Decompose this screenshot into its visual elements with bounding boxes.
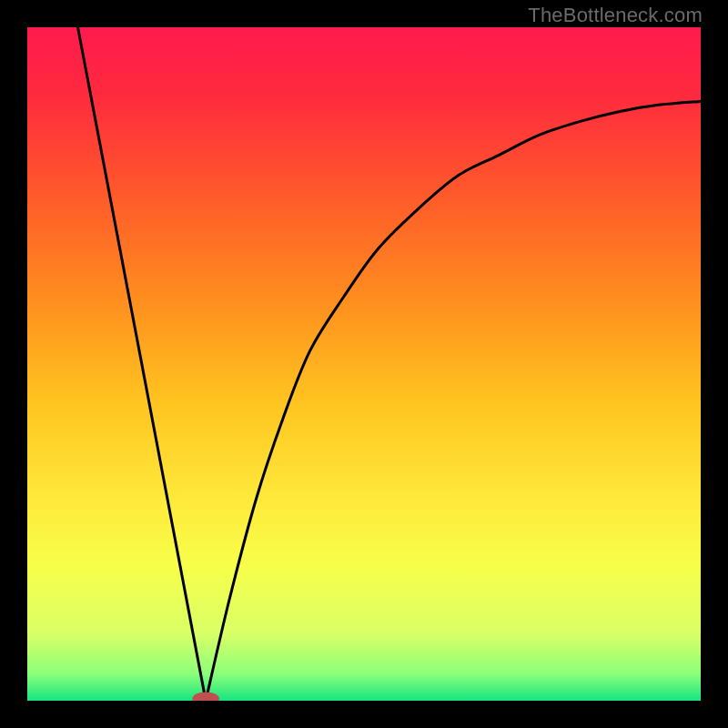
plot-area <box>27 27 701 701</box>
gradient-background <box>27 27 701 701</box>
chart-frame: TheBottleneck.com <box>0 0 728 728</box>
chart-svg <box>27 27 701 701</box>
watermark-text: TheBottleneck.com <box>528 4 703 27</box>
